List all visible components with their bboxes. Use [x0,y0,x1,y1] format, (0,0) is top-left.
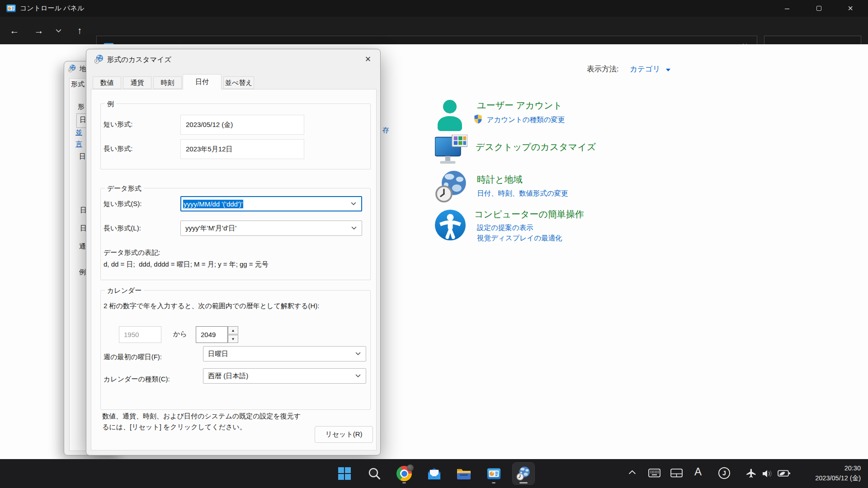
tab-currency[interactable]: 通貨 [123,76,151,89]
search-icon [368,467,381,480]
reset-button[interactable]: リセット(R) [315,426,373,443]
up-button[interactable]: ↑ [70,21,89,40]
close-button[interactable]: × [835,0,866,17]
window-title: コントロール パネル [20,4,84,13]
category-link[interactable]: アカウントの種類の変更 [486,116,565,123]
short-format-example-label: 短い形式: [104,120,133,129]
category-title[interactable]: ユーザー アカウント [477,99,562,112]
airplane-icon [745,468,757,479]
view-by-label: 表示方法: [587,65,619,73]
data-format-group-label: データ形式 [105,184,144,193]
file-explorer-button[interactable] [453,463,475,484]
chevron-down-icon[interactable] [355,352,361,356]
uac-shield-icon [474,114,482,124]
clock-region-button[interactable] [513,463,534,484]
view-by-row: 表示方法: カテゴリ [587,64,670,74]
recent-locations-button[interactable] [51,21,66,40]
first-day-label: 週の最初の曜日(F): [104,353,162,361]
calendar-type-combo[interactable]: 西暦 (日本語) [203,368,366,384]
short-format-value: yyyy/MM/dd '('ddd')' [183,200,243,208]
ime-mode-button[interactable]: A [694,465,702,478]
date-tab-page: 例 短い形式: 2023/05/12 (金) 長い形式: 2023年5月12日 … [91,89,377,450]
search-button[interactable] [363,463,385,484]
maximize-icon [816,6,821,11]
region-link-fragment[interactable]: 言 [75,140,82,149]
tab-numbers[interactable]: 数値 [93,76,121,89]
category-link[interactable]: 日付、時刻、数値形式の変更 [477,189,568,198]
tab-date[interactable]: 日付 [183,74,222,89]
touch-keyboard-button[interactable] [648,469,660,478]
control-panel-icon [6,3,16,14]
spinner-up-button[interactable]: ▲ [228,326,238,334]
chrome-button[interactable] [393,463,415,484]
chevron-up-icon [628,470,636,474]
battery-icon [778,469,791,478]
customize-format-dialog: 形式のカスタマイズ × 数値 通貨 時刻 日付 並べ替え 例 短い形式: 202… [86,49,381,455]
two-digit-year-label: 2 桁の数字で年を入力すると、次の範囲内での暦年として解釈する(H): [104,302,319,310]
airplane-mode-button[interactable] [745,468,757,479]
spinner-down-icon: ▼ [231,337,235,341]
year-to-field[interactable]: 2049 [196,326,228,343]
short-format-combo[interactable]: yyyy/MM/dd '('ddd')' [180,196,362,211]
category-links: アカウントの種類の変更 [474,114,565,125]
ease-of-access-icon[interactable] [434,209,467,241]
touchpad-button[interactable] [670,469,683,478]
category-title[interactable]: デスクトップのカスタマイズ [476,141,596,153]
battery-button[interactable] [778,469,791,478]
chrome-badge-icon [407,465,414,471]
ime-badge-button[interactable]: J [718,467,730,479]
globe-clock-icon [516,466,531,481]
long-format-example-label: 長い形式: [104,145,133,153]
tab-sorting[interactable]: 並べ替え [223,76,254,89]
tab-time[interactable]: 時刻 [153,76,182,89]
keyboard-icon [648,469,660,478]
start-button[interactable] [334,463,355,484]
region-group-fragment: 日 [79,152,86,161]
chevron-down-icon [56,29,61,33]
clock-date: 2023/05/12 (金) [815,473,861,483]
forward-icon: → [34,25,44,36]
close-icon: × [848,3,853,14]
region-dialog-title-fragment: 地 [80,65,86,73]
view-by-value[interactable]: カテゴリ [630,65,660,73]
clock-region-icon[interactable] [434,169,469,204]
category-link[interactable]: 視覚ディスプレイの最適化 [477,234,562,243]
category-title[interactable]: 時計と地域 [477,174,522,186]
region-link-fragment[interactable]: 並 [75,128,82,137]
chevron-down-icon[interactable] [351,226,357,230]
user-accounts-icon[interactable] [436,99,463,131]
minimize-button[interactable]: – [771,0,803,17]
region-link-fragment-right[interactable]: 存 [382,126,389,135]
tray-expand-button[interactable] [628,470,636,474]
speaker-icon [761,468,775,479]
dialog-close-button[interactable]: × [360,52,376,66]
chevron-down-icon[interactable] [355,374,361,378]
back-button[interactable]: ← [5,21,24,40]
ime-badge-label: J [722,469,726,477]
first-day-combo[interactable]: 日曜日 [203,346,366,361]
long-format-label: 長い形式(L): [104,224,141,233]
desktop-customization-icon[interactable] [435,135,467,165]
short-format-label: 短い形式(S): [104,200,142,208]
maximize-button[interactable] [803,0,835,17]
long-format-combo[interactable]: yyyy'年'M'月'd'日' [180,221,362,236]
running-indicator [402,482,406,483]
long-format-value: yyyy'年'M'月'd'日' [185,224,236,233]
short-format-example-value: 2023/05/12 (金) [180,115,304,135]
folder-icon [456,467,472,480]
forward-button[interactable]: → [29,21,48,40]
region-tab-fragment[interactable]: 形式 [71,80,85,89]
control-panel-button[interactable] [483,463,505,484]
tray-clock[interactable]: 20:30 2023/05/12 (金) [815,463,861,483]
taskbar: A J 20:30 2023/05/12 (金) [0,459,868,488]
category-link[interactable]: 設定の提案の表示 [477,223,533,233]
year-from-field: 1950 [119,326,161,343]
spinner-down-button[interactable]: ▼ [228,335,238,343]
running-indicator [492,482,495,483]
view-by-caret-icon[interactable] [666,69,670,71]
category-title[interactable]: コンピューターの簡単操作 [474,208,584,221]
chevron-down-icon[interactable] [351,202,356,206]
clock-time: 20:30 [815,463,861,473]
volume-button[interactable] [761,468,775,479]
mail-button[interactable] [423,463,445,484]
